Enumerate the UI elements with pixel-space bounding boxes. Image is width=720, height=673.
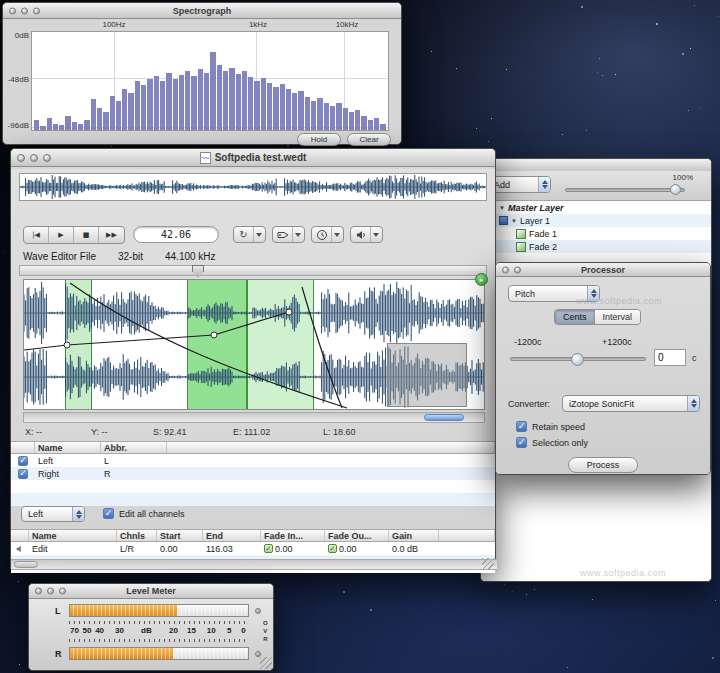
converter-dropdown[interactable]: iZotope SonicFit — [562, 395, 700, 412]
selection-only-option[interactable]: ✓ Selection only — [516, 437, 588, 448]
overview-waveform[interactable] — [19, 173, 487, 201]
edit-all-channels-option[interactable]: ✓ Edit all channels — [103, 508, 185, 519]
scrollbar-thumb[interactable] — [14, 561, 38, 568]
minimize-button[interactable] — [30, 154, 38, 162]
chevron-down-icon[interactable] — [370, 227, 380, 242]
edit-gain[interactable]: 0.0 dB — [389, 544, 439, 554]
fade-label[interactable]: Fade 1 — [529, 229, 557, 239]
channel-name[interactable]: Left — [35, 456, 101, 466]
edit-end[interactable]: 116.03 — [203, 544, 261, 554]
column-header-abbr[interactable]: Abbr. — [101, 442, 167, 453]
channel-row-right[interactable]: ✓ Right R — [11, 467, 495, 480]
process-button[interactable]: Process — [568, 457, 638, 473]
column-header-name[interactable]: Name — [35, 442, 101, 453]
channel-abbr[interactable]: R — [101, 469, 167, 479]
chevron-down-icon[interactable] — [253, 227, 263, 242]
clock-button[interactable] — [311, 226, 344, 243]
edit-fade-out[interactable]: 0.00 — [339, 544, 357, 554]
channel-row-left[interactable]: ✓ Left L — [11, 454, 495, 467]
column-header-chnls[interactable]: Chnls — [117, 530, 157, 541]
edit-all-channels-checkbox[interactable]: ✓ — [103, 508, 114, 519]
channel-abbr[interactable]: L — [101, 456, 167, 466]
tab-interval[interactable]: Interval — [595, 310, 641, 324]
channel-select-dropdown[interactable]: Left — [21, 506, 85, 522]
horizontal-scrollbar[interactable] — [23, 412, 485, 423]
fade-handle[interactable] — [64, 342, 70, 348]
pitch-slider-knob[interactable] — [571, 353, 584, 366]
waveform-editor-area[interactable]: ▸ — [23, 279, 485, 410]
audio-output-button[interactable] — [350, 226, 383, 243]
play-button[interactable]: ▶ — [49, 227, 74, 243]
fade-in-enabled-icon[interactable]: ✓ — [264, 544, 273, 553]
layer-row-1[interactable]: ✓ ▼ Layer 1 — [481, 214, 711, 227]
close-button[interactable] — [35, 588, 42, 595]
layer-row-fade2[interactable]: ✓ Fade 2 — [481, 240, 711, 253]
fade-out-enabled-icon[interactable]: ✓ — [328, 544, 337, 553]
column-header-start[interactable]: Start — [157, 530, 203, 541]
close-button[interactable] — [17, 154, 25, 162]
chevron-down-icon[interactable] — [292, 227, 302, 242]
marker-button[interactable] — [272, 226, 305, 243]
zoom-button[interactable] — [59, 588, 66, 595]
stop-button[interactable]: ■ — [74, 227, 99, 243]
column-header-fade-out[interactable]: Fade Ou... — [325, 530, 389, 541]
fade-handle[interactable] — [211, 332, 217, 338]
loop-button[interactable]: ↻ — [233, 226, 266, 243]
hold-button[interactable]: Hold — [297, 133, 341, 146]
edit-name[interactable]: Edit — [29, 544, 117, 554]
close-button[interactable] — [502, 266, 509, 273]
spectrograph-titlebar[interactable]: Spectrograph — [3, 3, 401, 19]
minimize-button[interactable] — [21, 7, 28, 14]
close-button[interactable] — [9, 7, 16, 14]
layer-label[interactable]: Layer 1 — [520, 216, 550, 226]
pitch-value-field[interactable]: 0 — [654, 349, 686, 366]
selection-box[interactable] — [387, 343, 467, 407]
layer-label[interactable]: Master Layer — [508, 203, 564, 213]
clear-button[interactable]: Clear — [347, 133, 391, 146]
level-meter-titlebar[interactable]: Level Meter — [29, 584, 273, 599]
layer-opacity-slider[interactable] — [565, 188, 685, 192]
channel-checkbox[interactable]: ✓ — [18, 456, 28, 466]
fade-label[interactable]: Fade 2 — [529, 242, 557, 252]
retain-speed-checkbox[interactable]: ✓ — [516, 421, 527, 432]
selection-only-checkbox[interactable]: ✓ — [516, 437, 527, 448]
bottom-scrollbar[interactable] — [11, 559, 497, 570]
disclosure-triangle-icon[interactable]: ▼ — [511, 218, 517, 224]
processor-titlebar[interactable]: Processor — [496, 263, 710, 277]
zoom-button[interactable] — [33, 7, 40, 14]
time-display[interactable]: 42.06 — [133, 226, 219, 243]
column-header-end[interactable]: End — [203, 530, 261, 541]
editor-titlebar[interactable]: Softpedia test.wedt — [11, 149, 495, 167]
zoom-button[interactable] — [43, 154, 51, 162]
layer-opacity-knob[interactable] — [670, 184, 681, 195]
timeline-ruler[interactable] — [19, 265, 487, 276]
resize-grip[interactable] — [260, 657, 272, 669]
layer-row-master[interactable]: ✓ ▼ Master Layer — [481, 201, 711, 214]
column-header-name[interactable]: Name — [29, 530, 117, 541]
retain-speed-option[interactable]: ✓ Retain speed — [516, 421, 585, 432]
scrollbar-thumb[interactable] — [424, 414, 464, 421]
disclosure-triangle-icon[interactable]: ▼ — [499, 205, 505, 211]
record-indicator-icon[interactable]: ▸ — [475, 273, 488, 286]
channel-checkbox[interactable]: ✓ — [18, 469, 28, 479]
column-header-gain[interactable]: Gain — [389, 530, 439, 541]
pitch-slider[interactable] — [510, 357, 646, 361]
edit-fade-in[interactable]: 0.00 — [275, 544, 293, 554]
layer-row-fade1[interactable]: ✓ Fade 1 — [481, 227, 711, 240]
resize-grip[interactable] — [482, 558, 494, 570]
minimize-button[interactable] — [514, 266, 521, 273]
fade-handle[interactable] — [286, 309, 292, 315]
star — [688, 110, 689, 111]
channel-name[interactable]: Right — [35, 469, 101, 479]
edit-start[interactable]: 0.00 — [157, 544, 203, 554]
go-to-start-button[interactable]: |◀ — [24, 227, 49, 243]
add-layer-dropdown[interactable]: Add — [487, 176, 551, 193]
chevron-down-icon[interactable] — [331, 227, 341, 242]
edit-chnls[interactable]: L/R — [117, 544, 157, 554]
playhead-handle[interactable] — [192, 265, 204, 277]
tab-cents[interactable]: Cents — [555, 310, 595, 324]
fast-forward-button[interactable]: ▶▶ — [99, 227, 124, 243]
column-header-fade-in[interactable]: Fade In... — [261, 530, 325, 541]
minimize-button[interactable] — [47, 588, 54, 595]
edit-row[interactable]: Edit L/R 0.00 116.03 ✓0.00 ✓0.00 0.0 dB — [11, 542, 495, 555]
